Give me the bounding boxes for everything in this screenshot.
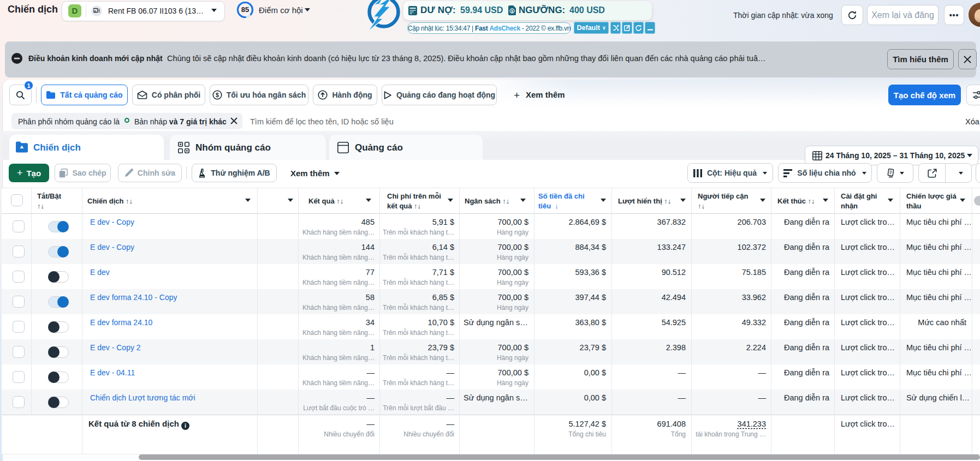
svg-text:$: $ xyxy=(216,92,219,98)
